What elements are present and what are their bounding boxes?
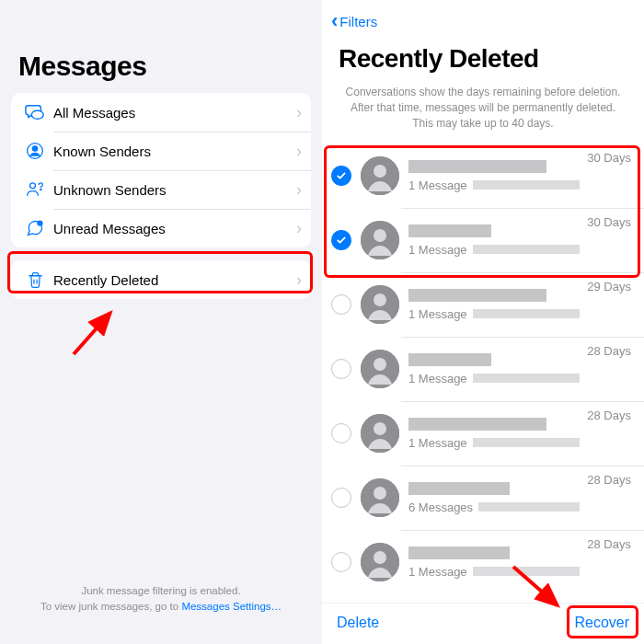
message-count: 1 Message bbox=[408, 372, 467, 385]
days-remaining: 28 Days bbox=[587, 471, 631, 487]
filter-unread-messages[interactable]: Unread Messages › bbox=[11, 209, 311, 247]
avatar bbox=[361, 350, 399, 388]
days-remaining: 30 Days bbox=[587, 213, 631, 229]
help-text: Conversations show the days remaining be… bbox=[322, 81, 644, 144]
days-remaining: 29 Days bbox=[587, 278, 631, 293]
back-label: Filters bbox=[339, 14, 377, 29]
conversation-body: 1 Message bbox=[408, 353, 580, 385]
chevron-right-icon: › bbox=[296, 180, 302, 200]
filter-all-messages[interactable]: All Messages › bbox=[11, 93, 311, 132]
annotation-arrow-icon bbox=[64, 304, 129, 359]
filter-label: Recently Deleted bbox=[48, 272, 296, 288]
conversation-list: 1 Message 30 Days 1 Message 30 Days 1 Me… bbox=[322, 144, 644, 603]
delete-button[interactable]: Delete bbox=[337, 615, 379, 631]
filter-label: Unknown Senders bbox=[48, 182, 296, 198]
recently-deleted-screen: ‹ Filters Recently Deleted Conversations… bbox=[322, 0, 644, 644]
message-count: 1 Message bbox=[408, 436, 467, 450]
svg-point-11 bbox=[374, 293, 386, 306]
conversation-row[interactable]: 1 Message 28 Days bbox=[322, 530, 644, 594]
contact-name-redacted bbox=[408, 546, 510, 559]
selection-checkbox[interactable] bbox=[331, 552, 351, 572]
contact-name-redacted bbox=[408, 160, 546, 173]
message-preview-redacted bbox=[478, 502, 580, 512]
filter-list: All Messages › Known Senders › Unknow bbox=[11, 93, 311, 247]
contact-name-redacted bbox=[408, 289, 546, 302]
svg-point-5 bbox=[38, 221, 42, 225]
toolbar: Delete Recover bbox=[322, 603, 644, 644]
conversation-row[interactable]: 1 Message 29 Days bbox=[322, 272, 644, 337]
svg-point-4 bbox=[40, 189, 41, 190]
chevron-left-icon: ‹ bbox=[331, 11, 338, 31]
avatar bbox=[361, 414, 399, 453]
selection-checkbox[interactable] bbox=[331, 166, 351, 186]
message-preview-redacted bbox=[473, 567, 581, 576]
page-title: Recently Deleted bbox=[322, 35, 644, 81]
days-remaining: 28 Days bbox=[587, 407, 631, 422]
filter-label: All Messages bbox=[48, 105, 296, 121]
conversation-body: 1 Message bbox=[408, 224, 580, 257]
avatar bbox=[361, 543, 399, 581]
back-button[interactable]: ‹ Filters bbox=[322, 0, 644, 35]
selection-checkbox[interactable] bbox=[331, 359, 351, 379]
person-question-icon bbox=[22, 180, 48, 199]
selection-checkbox[interactable] bbox=[331, 294, 351, 315]
conversation-body: 1 Message bbox=[408, 289, 580, 321]
chevron-right-icon: › bbox=[296, 142, 302, 161]
conversation-row[interactable]: 1 Message 28 Days bbox=[322, 337, 644, 401]
contact-name-redacted bbox=[408, 224, 491, 237]
filter-label: Known Senders bbox=[48, 144, 296, 159]
footer-text: Junk message filtering is enabled. To vi… bbox=[0, 583, 322, 615]
svg-point-15 bbox=[374, 422, 386, 435]
conversation-row[interactable]: 1 Message 30 Days bbox=[322, 144, 644, 208]
filter-recently-deleted[interactable]: Recently Deleted › bbox=[11, 260, 311, 299]
conversation-row[interactable]: 1 Message 30 Days bbox=[322, 208, 644, 272]
chevron-right-icon: › bbox=[296, 219, 302, 238]
conversation-row[interactable]: 1 Message 28 Days bbox=[322, 401, 644, 466]
page-title: Messages bbox=[0, 0, 322, 93]
selection-checkbox[interactable] bbox=[331, 230, 351, 250]
days-remaining: 30 Days bbox=[587, 149, 631, 165]
message-count: 1 Message bbox=[408, 178, 467, 192]
person-circle-icon bbox=[22, 142, 48, 160]
chevron-right-icon: › bbox=[296, 270, 302, 290]
messages-filters-screen: Messages All Messages › Known Senders › bbox=[0, 0, 322, 644]
chat-bubbles-icon bbox=[22, 102, 48, 122]
message-preview-redacted bbox=[473, 180, 581, 190]
message-count: 6 Messages bbox=[408, 500, 473, 514]
svg-point-17 bbox=[374, 487, 386, 500]
filter-label: Unread Messages bbox=[48, 221, 296, 236]
messages-settings-link[interactable]: Messages Settings… bbox=[181, 601, 282, 612]
conversation-body: 1 Message bbox=[408, 546, 580, 579]
message-preview-redacted bbox=[473, 309, 581, 318]
message-preview-redacted bbox=[473, 438, 581, 447]
deleted-list: Recently Deleted › bbox=[11, 260, 311, 299]
svg-point-13 bbox=[374, 358, 386, 371]
contact-name-redacted bbox=[408, 353, 491, 366]
chat-dot-icon bbox=[22, 219, 48, 237]
conversation-body: 6 Messages bbox=[408, 482, 580, 514]
footer-line: Junk message filtering is enabled. bbox=[81, 585, 240, 596]
days-remaining: 28 Days bbox=[587, 535, 631, 551]
svg-point-3 bbox=[30, 183, 36, 189]
trash-icon bbox=[22, 271, 48, 289]
selection-checkbox[interactable] bbox=[331, 423, 351, 443]
filter-unknown-senders[interactable]: Unknown Senders › bbox=[11, 170, 311, 209]
message-preview-redacted bbox=[473, 374, 581, 383]
avatar bbox=[361, 156, 399, 195]
contact-name-redacted bbox=[408, 418, 546, 431]
svg-point-7 bbox=[374, 165, 386, 178]
filter-known-senders[interactable]: Known Senders › bbox=[11, 132, 311, 170]
conversation-row[interactable]: 6 Messages 28 Days bbox=[322, 466, 644, 530]
selection-checkbox[interactable] bbox=[331, 488, 351, 508]
message-count: 1 Message bbox=[408, 307, 467, 321]
svg-point-2 bbox=[32, 146, 37, 151]
recover-button[interactable]: Recover bbox=[574, 615, 629, 631]
avatar bbox=[361, 221, 399, 259]
chevron-right-icon: › bbox=[296, 103, 302, 122]
conversation-body: 1 Message bbox=[408, 160, 580, 192]
avatar bbox=[361, 478, 399, 517]
message-preview-redacted bbox=[473, 245, 581, 254]
conversation-body: 1 Message bbox=[408, 418, 580, 450]
svg-point-0 bbox=[31, 110, 43, 119]
contact-name-redacted bbox=[408, 482, 510, 495]
